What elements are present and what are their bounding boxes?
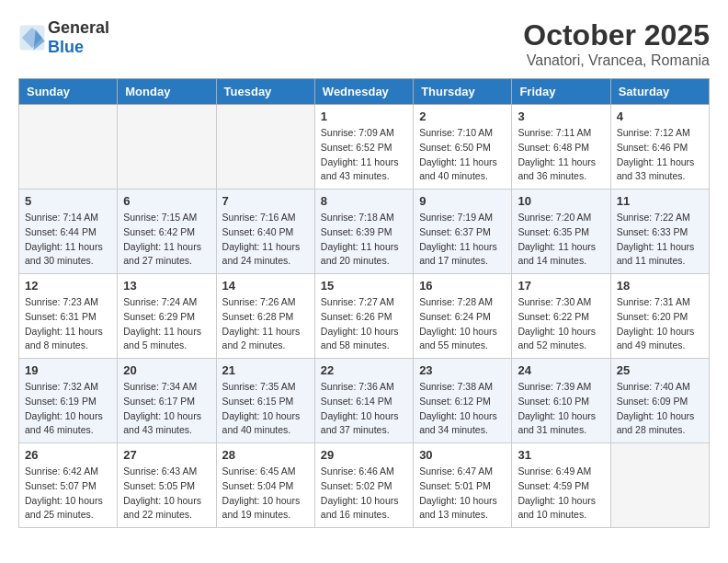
day-number: 21 bbox=[222, 363, 309, 377]
day-cell: 13Sunrise: 7:24 AMSunset: 6:29 PMDayligh… bbox=[118, 274, 216, 359]
day-cell: 19Sunrise: 7:32 AMSunset: 6:19 PMDayligh… bbox=[19, 359, 118, 443]
day-info: Sunrise: 7:30 AMSunset: 6:22 PMDaylight:… bbox=[518, 295, 604, 353]
day-info: Sunrise: 7:39 AMSunset: 6:10 PMDaylight:… bbox=[518, 380, 604, 438]
day-number: 31 bbox=[518, 448, 604, 462]
weekday-header-saturday: Saturday bbox=[610, 79, 709, 105]
title-section: October 2025 Vanatori, Vrancea, Romania bbox=[523, 18, 710, 69]
logo: General Blue bbox=[18, 18, 109, 57]
week-row-1: 1Sunrise: 7:09 AMSunset: 6:52 PMDaylight… bbox=[19, 105, 710, 190]
day-number: 8 bbox=[321, 194, 407, 208]
day-number: 6 bbox=[123, 194, 210, 208]
calendar-table: SundayMondayTuesdayWednesdayThursdayFrid… bbox=[18, 78, 710, 528]
day-number: 15 bbox=[321, 279, 407, 293]
day-info: Sunrise: 7:24 AMSunset: 6:29 PMDaylight:… bbox=[123, 295, 210, 353]
logo-blue: Blue bbox=[48, 38, 84, 56]
day-cell: 9Sunrise: 7:19 AMSunset: 6:37 PMDaylight… bbox=[414, 190, 512, 274]
day-number: 19 bbox=[25, 363, 111, 377]
day-cell: 2Sunrise: 7:10 AMSunset: 6:50 PMDaylight… bbox=[414, 105, 512, 190]
day-cell: 6Sunrise: 7:15 AMSunset: 6:42 PMDaylight… bbox=[118, 190, 216, 274]
day-info: Sunrise: 7:35 AMSunset: 6:15 PMDaylight:… bbox=[222, 380, 309, 438]
day-cell bbox=[216, 105, 314, 190]
day-number: 3 bbox=[518, 109, 604, 123]
day-cell: 30Sunrise: 6:47 AMSunset: 5:01 PMDayligh… bbox=[414, 443, 512, 528]
week-row-5: 26Sunrise: 6:42 AMSunset: 5:07 PMDayligh… bbox=[19, 443, 710, 528]
weekday-header-tuesday: Tuesday bbox=[216, 79, 314, 105]
day-info: Sunrise: 7:28 AMSunset: 6:24 PMDaylight:… bbox=[419, 295, 506, 353]
day-number: 24 bbox=[518, 363, 604, 377]
day-number: 27 bbox=[123, 448, 210, 462]
day-cell: 23Sunrise: 7:38 AMSunset: 6:12 PMDayligh… bbox=[414, 359, 512, 443]
day-cell: 17Sunrise: 7:30 AMSunset: 6:22 PMDayligh… bbox=[512, 274, 610, 359]
day-cell: 5Sunrise: 7:14 AMSunset: 6:44 PMDaylight… bbox=[19, 190, 118, 274]
day-info: Sunrise: 7:31 AMSunset: 6:20 PMDaylight:… bbox=[617, 295, 703, 353]
logo-icon bbox=[18, 24, 46, 52]
day-cell: 10Sunrise: 7:20 AMSunset: 6:35 PMDayligh… bbox=[512, 190, 610, 274]
day-cell: 25Sunrise: 7:40 AMSunset: 6:09 PMDayligh… bbox=[610, 359, 709, 443]
day-cell: 14Sunrise: 7:26 AMSunset: 6:28 PMDayligh… bbox=[216, 274, 314, 359]
day-cell: 24Sunrise: 7:39 AMSunset: 6:10 PMDayligh… bbox=[512, 359, 610, 443]
day-number: 30 bbox=[419, 448, 506, 462]
day-number: 28 bbox=[222, 448, 309, 462]
logo-general: General bbox=[48, 18, 109, 37]
day-number: 14 bbox=[222, 279, 309, 293]
day-number: 4 bbox=[617, 109, 703, 123]
weekday-header-wednesday: Wednesday bbox=[314, 79, 413, 105]
day-info: Sunrise: 6:43 AMSunset: 5:05 PMDaylight:… bbox=[123, 465, 210, 523]
weekday-header-thursday: Thursday bbox=[414, 79, 512, 105]
day-info: Sunrise: 7:18 AMSunset: 6:39 PMDaylight:… bbox=[321, 211, 407, 269]
weekday-header-monday: Monday bbox=[118, 79, 216, 105]
day-info: Sunrise: 7:36 AMSunset: 6:14 PMDaylight:… bbox=[321, 380, 407, 438]
day-info: Sunrise: 7:34 AMSunset: 6:17 PMDaylight:… bbox=[123, 380, 210, 438]
day-cell: 20Sunrise: 7:34 AMSunset: 6:17 PMDayligh… bbox=[118, 359, 216, 443]
day-info: Sunrise: 6:47 AMSunset: 5:01 PMDaylight:… bbox=[419, 465, 506, 523]
day-info: Sunrise: 7:19 AMSunset: 6:37 PMDaylight:… bbox=[419, 211, 506, 269]
day-number: 5 bbox=[25, 194, 111, 208]
weekday-header-row: SundayMondayTuesdayWednesdayThursdayFrid… bbox=[19, 79, 710, 105]
day-number: 2 bbox=[419, 109, 506, 123]
day-info: Sunrise: 7:23 AMSunset: 6:31 PMDaylight:… bbox=[25, 295, 111, 353]
day-cell: 11Sunrise: 7:22 AMSunset: 6:33 PMDayligh… bbox=[610, 190, 709, 274]
day-cell: 26Sunrise: 6:42 AMSunset: 5:07 PMDayligh… bbox=[19, 443, 118, 528]
day-cell: 7Sunrise: 7:16 AMSunset: 6:40 PMDaylight… bbox=[216, 190, 314, 274]
day-number: 13 bbox=[123, 279, 210, 293]
weekday-header-friday: Friday bbox=[512, 79, 610, 105]
day-number: 17 bbox=[518, 279, 604, 293]
day-cell: 18Sunrise: 7:31 AMSunset: 6:20 PMDayligh… bbox=[610, 274, 709, 359]
day-cell bbox=[118, 105, 216, 190]
day-cell bbox=[610, 443, 709, 528]
day-info: Sunrise: 7:11 AMSunset: 6:48 PMDaylight:… bbox=[518, 126, 604, 184]
day-info: Sunrise: 6:45 AMSunset: 5:04 PMDaylight:… bbox=[222, 465, 309, 523]
day-cell bbox=[19, 105, 118, 190]
day-cell: 3Sunrise: 7:11 AMSunset: 6:48 PMDaylight… bbox=[512, 105, 610, 190]
day-number: 12 bbox=[25, 279, 111, 293]
day-number: 18 bbox=[617, 279, 703, 293]
day-info: Sunrise: 7:14 AMSunset: 6:44 PMDaylight:… bbox=[25, 211, 111, 269]
day-info: Sunrise: 7:40 AMSunset: 6:09 PMDaylight:… bbox=[617, 380, 703, 438]
day-info: Sunrise: 6:46 AMSunset: 5:02 PMDaylight:… bbox=[321, 465, 407, 523]
day-cell: 16Sunrise: 7:28 AMSunset: 6:24 PMDayligh… bbox=[414, 274, 512, 359]
day-info: Sunrise: 7:16 AMSunset: 6:40 PMDaylight:… bbox=[222, 211, 309, 269]
day-cell: 8Sunrise: 7:18 AMSunset: 6:39 PMDaylight… bbox=[314, 190, 413, 274]
week-row-2: 5Sunrise: 7:14 AMSunset: 6:44 PMDaylight… bbox=[19, 190, 710, 274]
day-number: 1 bbox=[321, 109, 407, 123]
day-info: Sunrise: 6:42 AMSunset: 5:07 PMDaylight:… bbox=[25, 465, 111, 523]
day-cell: 28Sunrise: 6:45 AMSunset: 5:04 PMDayligh… bbox=[216, 443, 314, 528]
day-info: Sunrise: 7:38 AMSunset: 6:12 PMDaylight:… bbox=[419, 380, 506, 438]
day-info: Sunrise: 6:49 AMSunset: 4:59 PMDaylight:… bbox=[518, 465, 604, 523]
weekday-header-sunday: Sunday bbox=[19, 79, 118, 105]
day-number: 9 bbox=[419, 194, 506, 208]
day-number: 10 bbox=[518, 194, 604, 208]
day-info: Sunrise: 7:27 AMSunset: 6:26 PMDaylight:… bbox=[321, 295, 407, 353]
day-cell: 27Sunrise: 6:43 AMSunset: 5:05 PMDayligh… bbox=[118, 443, 216, 528]
day-cell: 15Sunrise: 7:27 AMSunset: 6:26 PMDayligh… bbox=[314, 274, 413, 359]
day-number: 26 bbox=[25, 448, 111, 462]
day-cell: 21Sunrise: 7:35 AMSunset: 6:15 PMDayligh… bbox=[216, 359, 314, 443]
month-title: October 2025 bbox=[523, 18, 710, 52]
location-subtitle: Vanatori, Vrancea, Romania bbox=[523, 52, 710, 69]
day-cell: 22Sunrise: 7:36 AMSunset: 6:14 PMDayligh… bbox=[314, 359, 413, 443]
day-info: Sunrise: 7:20 AMSunset: 6:35 PMDaylight:… bbox=[518, 211, 604, 269]
day-number: 23 bbox=[419, 363, 506, 377]
week-row-4: 19Sunrise: 7:32 AMSunset: 6:19 PMDayligh… bbox=[19, 359, 710, 443]
day-info: Sunrise: 7:22 AMSunset: 6:33 PMDaylight:… bbox=[617, 211, 703, 269]
day-info: Sunrise: 7:10 AMSunset: 6:50 PMDaylight:… bbox=[419, 126, 506, 184]
